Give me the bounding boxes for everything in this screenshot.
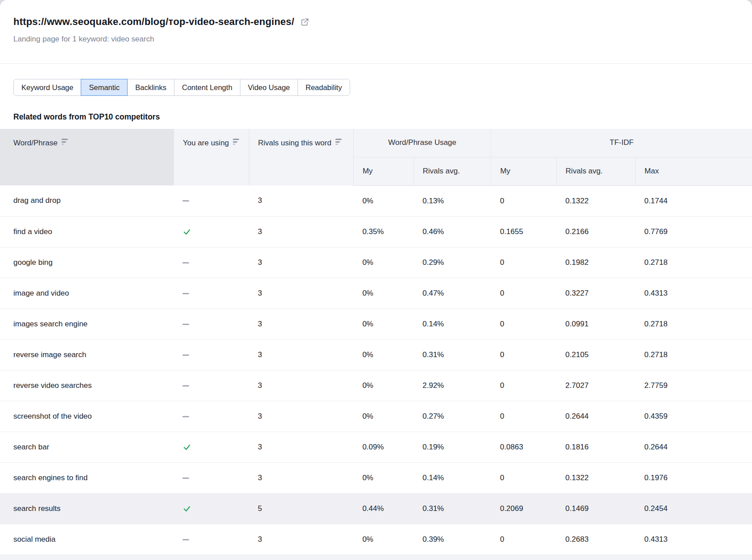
tfidf-rivals-avg-cell: 0.3227 <box>557 278 636 309</box>
dash-icon <box>182 385 189 387</box>
tfidf-my-cell: 0 <box>491 278 557 309</box>
usage-my-cell: 0% <box>353 247 413 278</box>
tfidf-rivals-avg-cell: 0.2644 <box>557 401 636 432</box>
usage-my-cell: 0.44% <box>353 493 413 524</box>
tfidf-rivals-avg-cell: 0.2683 <box>557 524 636 555</box>
table-row[interactable]: image and video 3 0% 0.47% 0 0.3227 0.43… <box>0 278 752 309</box>
dash-icon <box>182 262 189 264</box>
you-are-using-cell <box>174 339 249 370</box>
sub-header-usage-rivals-avg: Rivals avg. <box>413 157 491 185</box>
tfidf-rivals-avg-cell: 0.2166 <box>557 216 636 247</box>
word-phrase-cell: screenshot of the video <box>0 401 174 432</box>
column-header-rivals-using[interactable]: Rivals using this word <box>249 129 353 185</box>
sub-header-tfidf-max: Max <box>636 157 752 185</box>
usage-rivals-avg-cell: 0.29% <box>413 247 491 278</box>
table-row[interactable]: google bing 3 0% 0.29% 0 0.1982 0.2718 <box>0 247 752 278</box>
tfidf-max-cell: 0.2718 <box>636 309 752 339</box>
usage-rivals-avg-cell: 0.27% <box>413 401 491 432</box>
sort-icon[interactable] <box>335 139 342 145</box>
page-card: https://www.seoquake.com/blog/тop-video-… <box>0 0 752 560</box>
check-icon <box>182 227 191 236</box>
tab-readability[interactable]: Readability <box>297 79 350 96</box>
you-are-using-cell <box>174 370 249 401</box>
table-header: Word/Phrase You are using Rivals using t… <box>0 129 752 185</box>
table-row[interactable]: search bar 3 0.09% 0.19% 0.0863 0.1816 0… <box>0 432 752 462</box>
word-phrase-cell: drag and drop <box>0 185 174 216</box>
tfidf-max-cell: 0.1744 <box>636 185 752 216</box>
usage-my-cell: 0.35% <box>353 216 413 247</box>
tfidf-max-cell: 2.7759 <box>636 370 752 401</box>
table-row[interactable]: drag and drop 3 0% 0.13% 0 0.1322 0.1744 <box>0 185 752 216</box>
you-are-using-cell <box>174 278 249 309</box>
group-header-tf-idf: TF-IDF <box>491 129 752 157</box>
dash-icon <box>182 416 189 417</box>
usage-my-cell: 0% <box>353 185 413 216</box>
you-are-using-cell <box>174 247 249 278</box>
tab-keyword-usage[interactable]: Keyword Usage <box>13 79 81 96</box>
dash-icon <box>182 478 189 479</box>
tfidf-my-cell: 0 <box>491 309 557 339</box>
usage-my-cell: 0.09% <box>353 432 413 462</box>
group-header-word-phrase-usage: Word/Phrase Usage <box>353 129 491 157</box>
table-row[interactable]: search engines to find 3 0% 0.14% 0 0.13… <box>0 462 752 493</box>
usage-my-cell: 0% <box>353 370 413 401</box>
usage-rivals-avg-cell: 0.14% <box>413 462 491 493</box>
column-header-word-phrase[interactable]: Word/Phrase <box>0 129 174 185</box>
usage-my-cell: 0% <box>353 401 413 432</box>
table-row[interactable]: search results 5 0.44% 0.31% 0.2069 0.14… <box>0 493 752 524</box>
tab-content-length[interactable]: Content Length <box>174 79 240 96</box>
word-phrase-cell: social media <box>0 524 174 555</box>
tfidf-rivals-avg-cell: 0.2105 <box>557 339 636 370</box>
table-row[interactable]: social media 3 0% 0.39% 0 0.2683 0.4313 <box>0 524 752 555</box>
tab-video-usage[interactable]: Video Usage <box>240 79 298 96</box>
tfidf-my-cell: 0 <box>491 370 557 401</box>
tab-semantic[interactable]: Semantic <box>81 79 128 96</box>
table-row[interactable]: reverse image search 3 0% 0.31% 0 0.2105… <box>0 339 752 370</box>
table-row[interactable]: reverse video searches 3 0% 2.92% 0 2.70… <box>0 370 752 401</box>
table-body: drag and drop 3 0% 0.13% 0 0.1322 0.1744… <box>0 185 752 555</box>
page-title-url: https://www.seoquake.com/blog/тop-video-… <box>13 16 294 28</box>
tfidf-rivals-avg-cell: 0.1322 <box>557 462 636 493</box>
tfidf-rivals-avg-cell: 0.1982 <box>557 247 636 278</box>
you-are-using-cell <box>174 216 249 247</box>
tfidf-max-cell: 0.4313 <box>636 524 752 555</box>
tfidf-max-cell: 0.2718 <box>636 247 752 278</box>
table-row[interactable]: find a video 3 0.35% 0.46% 0.1655 0.2166… <box>0 216 752 247</box>
usage-rivals-avg-cell: 0.13% <box>413 185 491 216</box>
tfidf-my-cell: 0 <box>491 524 557 555</box>
usage-my-cell: 0% <box>353 339 413 370</box>
tfidf-rivals-avg-cell: 0.1322 <box>557 185 636 216</box>
rivals-count-cell: 3 <box>249 524 353 555</box>
word-phrase-cell: search bar <box>0 432 174 462</box>
dash-icon <box>182 539 189 540</box>
header-divider <box>0 63 752 64</box>
table-row[interactable]: images search engine 3 0% 0.14% 0 0.0991… <box>0 309 752 339</box>
external-link-icon[interactable] <box>300 17 310 27</box>
sort-icon[interactable] <box>233 139 239 145</box>
sort-icon[interactable] <box>62 139 68 145</box>
dash-icon <box>182 354 189 356</box>
usage-my-cell: 0% <box>353 278 413 309</box>
usage-rivals-avg-cell: 0.31% <box>413 493 491 524</box>
page-subtitle: Landing page for 1 keyword: video search <box>13 35 739 44</box>
tfidf-my-cell: 0.0863 <box>491 432 557 462</box>
you-are-using-cell <box>174 185 249 216</box>
usage-rivals-avg-cell: 0.19% <box>413 432 491 462</box>
dash-icon <box>182 324 189 325</box>
word-phrase-cell: search results <box>0 493 174 524</box>
dash-icon <box>182 200 189 202</box>
dash-icon <box>182 293 189 294</box>
rivals-count-cell: 3 <box>249 309 353 339</box>
word-phrase-cell: reverse image search <box>0 339 174 370</box>
table-row[interactable]: screenshot of the video 3 0% 0.27% 0 0.2… <box>0 401 752 432</box>
column-header-you-are-using[interactable]: You are using <box>174 129 249 185</box>
tfidf-max-cell: 0.4359 <box>636 401 752 432</box>
tab-backlinks[interactable]: Backlinks <box>127 79 174 96</box>
check-icon <box>182 504 191 513</box>
rivals-count-cell: 3 <box>249 216 353 247</box>
rivals-count-cell: 5 <box>249 493 353 524</box>
usage-my-cell: 0% <box>353 309 413 339</box>
usage-rivals-avg-cell: 0.46% <box>413 216 491 247</box>
you-are-using-cell <box>174 524 249 555</box>
you-are-using-cell <box>174 493 249 524</box>
